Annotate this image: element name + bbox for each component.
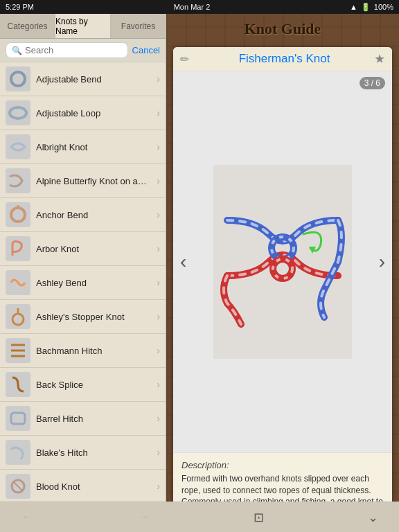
status-bar: 5:29 PM Mon Mar 2 ▲ 🔋 100%	[0, 0, 399, 14]
knot-thumb	[6, 236, 30, 261]
knot-thumb	[6, 134, 30, 159]
list-item[interactable]: Albright Knot ›	[0, 130, 166, 164]
forward-button[interactable]: →	[130, 507, 157, 527]
knot-thumb	[6, 66, 30, 91]
battery-icon: 🔋	[361, 3, 371, 12]
image-counter: 3 / 6	[360, 77, 385, 89]
knot-thumb	[6, 168, 30, 193]
knot-thumb	[6, 270, 30, 295]
app-title-bar: Knot Guide	[166, 14, 399, 44]
list-item[interactable]: Blake's Hitch ›	[0, 436, 166, 470]
knot-thumb	[6, 440, 30, 465]
chevron-right-icon: ›	[157, 379, 160, 390]
knot-thumb	[6, 474, 30, 499]
list-item[interactable]: Barrel Hitch ›	[0, 402, 166, 436]
app-container: Categories Knots by Name Favorites 🔍 Can…	[0, 14, 399, 532]
knot-thumb	[6, 338, 30, 363]
knot-thumb	[6, 372, 30, 397]
status-date: Mon Mar 2	[174, 3, 211, 11]
svg-point-4	[12, 314, 24, 325]
search-bar: 🔍 Cancel	[0, 39, 166, 62]
next-image-button[interactable]: ›	[373, 245, 391, 278]
svg-rect-6	[11, 413, 25, 424]
battery-level: 100%	[374, 3, 393, 11]
list-item[interactable]: Ashley's Stopper Knot ›	[0, 300, 166, 334]
chevron-right-icon: ›	[157, 345, 160, 356]
chevron-right-icon: ›	[157, 413, 160, 424]
list-item[interactable]: Ashley Bend ›	[0, 266, 166, 300]
tab-categories[interactable]: Categories	[0, 14, 55, 38]
knot-card-header: ✏ Fisherman's Knot ★	[173, 47, 392, 71]
edit-icon[interactable]: ✏	[180, 53, 189, 66]
tab-bar: Categories Knots by Name Favorites	[0, 14, 166, 39]
knot-card-title: Fisherman's Knot	[195, 52, 374, 66]
search-input-wrap: 🔍	[6, 42, 128, 58]
chevron-right-icon: ›	[157, 209, 160, 220]
list-item[interactable]: Arbor Knot ›	[0, 232, 166, 266]
cancel-button[interactable]: Cancel	[132, 45, 160, 55]
knot-thumb	[6, 100, 30, 125]
knot-thumb	[6, 304, 30, 329]
chevron-down-button[interactable]: ⌄	[361, 507, 385, 528]
wifi-icon: ▲	[350, 3, 357, 11]
list-item[interactable]: Back Splice ›	[0, 368, 166, 402]
back-button[interactable]: ←	[14, 507, 40, 527]
chevron-right-icon: ›	[157, 481, 160, 492]
list-item[interactable]: Alpine Butterfly Knot on a… ›	[0, 164, 166, 198]
chevron-right-icon: ›	[157, 311, 160, 322]
knot-thumb	[6, 202, 30, 227]
tab-knots-by-name[interactable]: Knots by Name	[55, 14, 111, 38]
chevron-right-icon: ›	[157, 175, 160, 186]
knot-card: ✏ Fisherman's Knot ★ 3 / 6 ‹	[173, 47, 392, 526]
chevron-right-icon: ›	[157, 243, 160, 254]
left-panel: Categories Knots by Name Favorites 🔍 Can…	[0, 14, 166, 532]
tab-favorites[interactable]: Favorites	[111, 14, 166, 38]
list-item[interactable]: Adjustable Loop ›	[0, 96, 166, 130]
chevron-right-icon: ›	[157, 447, 160, 458]
chevron-right-icon: ›	[157, 277, 160, 288]
knot-list: Adjustable Bend › Adjustable Loop › Albr…	[0, 62, 166, 532]
knot-illustration	[213, 165, 352, 359]
svg-point-1	[10, 107, 26, 118]
list-item[interactable]: Blood Knot ›	[0, 470, 166, 504]
list-item[interactable]: Anchor Bend ›	[0, 198, 166, 232]
description-label: Description:	[181, 460, 384, 470]
chevron-right-icon: ›	[157, 141, 160, 152]
chevron-right-icon: ›	[157, 73, 160, 85]
list-item[interactable]: Bachmann Hitch ›	[0, 334, 166, 368]
search-icon: 🔍	[12, 46, 22, 55]
svg-point-2	[11, 208, 25, 222]
prev-image-button[interactable]: ‹	[175, 245, 192, 278]
knot-thumb	[6, 406, 30, 431]
search-input[interactable]	[25, 45, 122, 55]
knot-image-area: 3 / 6 ‹	[173, 71, 392, 452]
list-item[interactable]: Adjustable Bend ›	[0, 62, 166, 96]
bottom-toolbar: ← → ⊡ ⌄	[0, 502, 399, 532]
status-time: 5:29 PM	[6, 3, 34, 11]
right-panel: Knot Guide ✏ Fisherman's Knot ★ 3 / 6 ‹	[166, 14, 399, 532]
app-title: Knot Guide	[245, 20, 321, 38]
svg-point-0	[11, 72, 25, 86]
action-button[interactable]: ⊡	[247, 507, 271, 528]
chevron-right-icon: ›	[157, 107, 160, 118]
favorite-star-icon[interactable]: ★	[374, 51, 385, 66]
